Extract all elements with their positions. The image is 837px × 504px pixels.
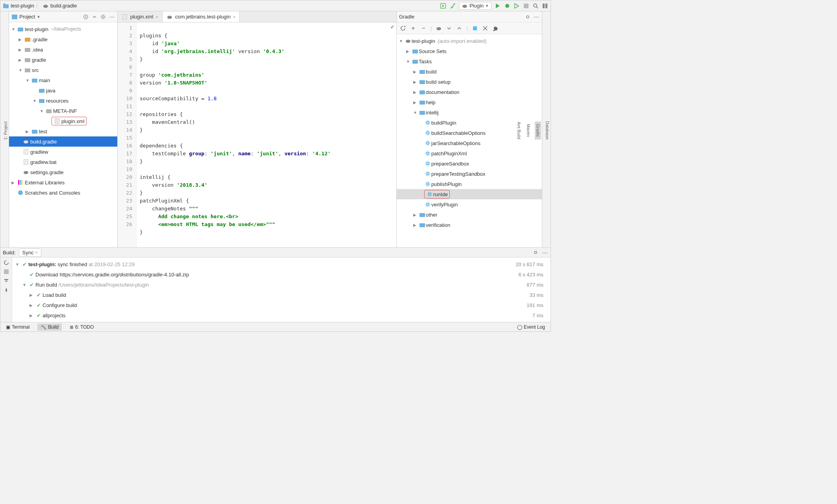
tree-src[interactable]: ▼src [9,65,117,75]
sync-row-allprojects[interactable]: ▶✔allprojects7 ms [15,310,547,320]
sync-row-root[interactable]: ▼✔test-plugin: sync finished at 2019-02-… [15,259,547,269]
tree-resources[interactable]: ▼resources [9,96,117,106]
gradle-elephant-icon[interactable] [436,25,442,31]
tree-ext-libs[interactable]: ▶External Libraries [9,177,117,188]
locate-icon[interactable] [83,14,89,20]
tree-test[interactable]: ▶test [9,126,117,136]
debug-icon[interactable] [504,3,510,9]
gradle-task-runIde[interactable]: runIde [397,189,542,199]
project-tree[interactable]: ▼test-plugin~/IdeaProjects ▶.gradle ▶.id… [9,22,117,247]
refresh-icon[interactable] [400,25,406,31]
gradle-elephant-icon [462,3,468,9]
gradle-task-prepareSandbox[interactable]: prepareSandbox [397,158,542,169]
terminal-icon: ▣ [6,324,10,330]
gradle-source-sets[interactable]: ▶Source Sets [397,46,542,56]
gradle-task-verification[interactable]: ▶verification [397,220,542,230]
gradle-task-docs[interactable]: ▶documentation [397,87,542,97]
gradle-task-intellij[interactable]: ▼intellij [397,107,542,118]
sync-row-configure[interactable]: ▶✔Configure build191 ms [15,300,547,310]
gradle-task-help[interactable]: ▶help [397,97,542,107]
sync-row-load[interactable]: ▶✔Load build33 ms [15,290,547,300]
status-bar: ▣Terminal 🔨Build ≣6: TODO ◯Event Log [0,322,551,331]
pin-icon[interactable] [4,287,9,293]
minimize-icon[interactable]: — [109,14,115,20]
search-icon[interactable] [532,3,539,9]
sync-row-download[interactable]: ✔Download https://services.gradle.org/di… [15,269,547,280]
coverage-icon[interactable] [514,3,520,9]
stop-icon[interactable] [523,3,529,9]
offline-icon[interactable] [482,25,488,31]
tree-main[interactable]: ▼main [9,75,117,85]
filter-icon[interactable] [4,278,9,283]
run-icon[interactable] [495,3,501,9]
collapse-icon[interactable] [456,25,462,31]
breadcrumb-file[interactable]: build.gradle [42,3,77,9]
link-icon[interactable] [472,25,478,31]
collapse-icon[interactable] [91,14,98,20]
code-content[interactable]: plugins { id 'java' id 'org.jetbrains.in… [137,22,396,247]
tab-plugin-xml[interactable]: plugin.xml× [118,11,163,22]
tree-settings-gradle[interactable]: settings.gradle [9,167,117,177]
stripe-gradle[interactable]: Gradle [535,121,541,139]
tree-plugin-xml[interactable]: plugin.xml [9,116,117,126]
build-tab-sync[interactable]: Sync× [19,248,41,257]
gradle-task-publishPlugin[interactable]: publishPlugin [397,179,542,189]
tree-gradle-folder[interactable]: ▶gradle [9,55,117,65]
gradle-root[interactable]: ▼test-plugin(auto-import enabled) [397,36,542,46]
project-panel-title[interactable]: Project ▼ [11,14,40,20]
gradle-task-build[interactable]: ▶build [397,66,542,77]
gradle-task-patchPluginXml[interactable]: patchPluginXml [397,148,542,158]
tab-build-gradle[interactable]: com.jetbrains.test-plugin× [163,11,240,22]
plus-icon[interactable]: + [410,25,416,31]
expand-icon[interactable] [446,25,452,31]
close-icon[interactable]: × [233,15,235,19]
gradle-task-other[interactable]: ▶other [397,210,542,220]
gear-icon[interactable] [100,14,106,20]
sync-row-runbuild[interactable]: ▼✔Run build /Users/jetbrains/IdeaProject… [15,280,547,290]
project-panel-header: Project ▼ — [9,11,117,22]
run-config-dropdown[interactable]: Plugin ▼ [459,2,491,10]
tree-gradlew[interactable]: gradlew [9,147,117,157]
stop-icon[interactable] [4,269,9,274]
svg-rect-38 [122,14,127,20]
status-event-log[interactable]: ◯Event Log [514,324,548,331]
gradle-task-prepareTestingSandbox[interactable]: prepareTestingSandbox [397,169,542,179]
status-build[interactable]: 🔨Build [37,324,62,331]
stripe-project[interactable]: 1: Project [2,119,9,142]
gradle-task-build-setup[interactable]: ▶build setup [397,77,542,87]
status-todo[interactable]: ≣6: TODO [67,324,97,331]
editor-tabs: plugin.xml× com.jetbrains.test-plugin× [118,11,396,22]
minimize-icon[interactable]: — [542,249,548,256]
breadcrumb-project[interactable]: test-plugin [3,3,34,9]
tree-idea-dir[interactable]: ▶.idea [9,44,117,55]
hammer-icon[interactable] [449,3,456,9]
wrench-icon[interactable] [492,25,499,31]
folder-icon [38,88,45,93]
svg-point-58 [427,142,429,144]
status-terminal[interactable]: ▣Terminal [3,324,33,331]
rerun-icon[interactable] [4,260,9,265]
tree-scratches[interactable]: Scratches and Consoles [9,188,117,198]
stripe-database[interactable]: Database [544,119,551,142]
tree-gradle-dir[interactable]: ▶.gradle [9,34,117,44]
gear-icon[interactable] [525,14,531,20]
tree-metainf[interactable]: ▼META-INF [9,106,117,116]
editor-body[interactable]: 1234567891011121314151617181920212223242… [118,22,396,247]
stripe-ant[interactable]: Ant Build [516,120,522,142]
build-icon[interactable] [440,3,446,9]
tree-java[interactable]: java [9,85,117,96]
close-icon[interactable]: × [35,250,37,255]
layout-icon[interactable] [542,3,548,9]
gear-icon[interactable] [532,249,539,256]
tree-build-gradle[interactable]: build.gradle [9,136,117,147]
gradle-task-verifyPlugin[interactable]: verifyPlugin [397,199,542,210]
minus-icon[interactable]: − [420,25,427,31]
svg-point-74 [534,251,537,254]
close-icon[interactable]: × [156,15,158,19]
gradle-tasks[interactable]: ▼Tasks [397,56,542,66]
sync-tree[interactable]: ▼✔test-plugin: sync finished at 2019-02-… [12,258,551,322]
stripe-maven[interactable]: Maven [525,121,532,139]
minimize-icon[interactable]: — [533,14,540,20]
tree-root[interactable]: ▼test-plugin~/IdeaProjects [9,24,117,34]
tree-gradlew-bat[interactable]: gradlew.bat [9,157,117,167]
